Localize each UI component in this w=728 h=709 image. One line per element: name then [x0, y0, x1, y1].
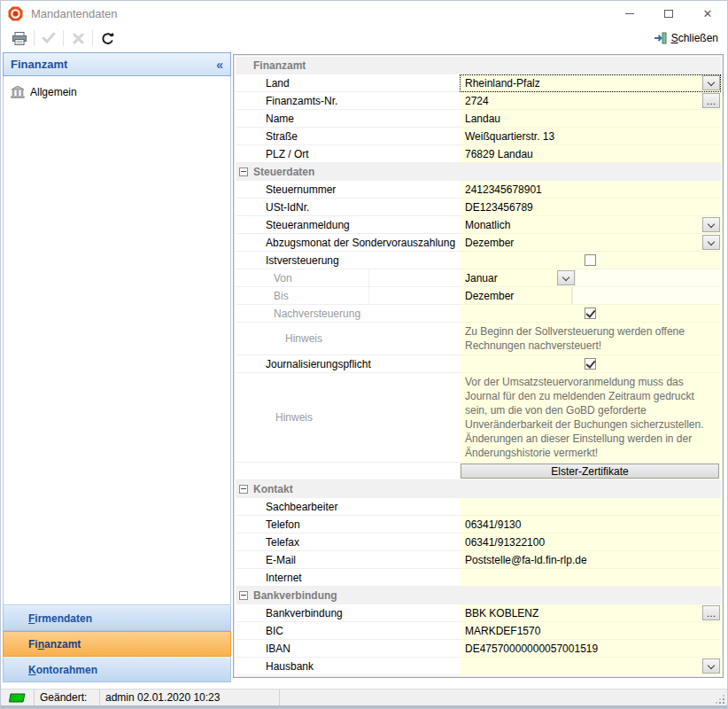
nav-item-finanzamt-active[interactable]: Finanzamt: [3, 631, 231, 657]
name-field[interactable]: Landau: [460, 110, 721, 128]
minimize-button[interactable]: [610, 1, 649, 26]
collapse-section-icon[interactable]: [239, 591, 248, 600]
field-value: Dezember: [465, 237, 514, 249]
internet-field[interactable]: [460, 569, 721, 587]
save-button-disabled[interactable]: [37, 28, 60, 48]
sidebar-nav: Firmendaten Finanzamt Kontorahmen: [3, 605, 231, 682]
refresh-icon: [101, 32, 114, 45]
toolbar-separator: [34, 30, 35, 46]
close-panel-button[interactable]: Schließen: [654, 32, 720, 44]
field-value: DE123456789: [465, 201, 533, 214]
strasse-field[interactable]: Weißquartierstr. 13: [460, 128, 721, 145]
telefon-field[interactable]: 06341/9130: [460, 516, 721, 534]
field-value: BBK KOBLENZ: [465, 607, 538, 619]
printer-icon: [12, 32, 27, 45]
steueranmeldung-select[interactable]: Monatlich: [460, 216, 721, 234]
chevron-down-icon[interactable]: [557, 270, 575, 285]
field-label: Telefax: [266, 536, 299, 549]
ust-idnr-field[interactable]: DE123456789: [460, 199, 721, 216]
collapse-sidebar-button[interactable]: «: [216, 58, 223, 72]
maximize-button[interactable]: [649, 1, 688, 26]
minimize-icon: [625, 13, 634, 14]
field-label: Abzugsmonat der Sondervorauszahlung: [266, 237, 455, 249]
field-label: Hausbank: [266, 660, 314, 673]
field-value: DE47570000000057001519: [465, 643, 598, 655]
app-body: Finanzamt « Allgemein Firmendaten: [1, 51, 727, 689]
bic-field[interactable]: MARKDEF1570: [460, 622, 721, 640]
close-panel-label: Schließen: [671, 32, 718, 44]
field-value: Weißquartierstr. 13: [465, 130, 554, 143]
field-value: Rheinland-Pfalz: [465, 77, 540, 90]
plz-ort-field[interactable]: 76829 Landau: [460, 145, 721, 163]
von-select[interactable]: Januar: [460, 269, 575, 286]
finanzamts-nr-field[interactable]: 2724 …: [460, 92, 721, 110]
chevron-down-icon[interactable]: [702, 75, 720, 90]
row-strasse: Straße Weißquartierstr. 13: [236, 128, 721, 145]
sidebar-item-allgemein[interactable]: Allgemein: [9, 84, 225, 100]
abzugsmonat-select[interactable]: Dezember: [460, 234, 721, 252]
checkmark-icon: [42, 32, 56, 44]
section-title: Finanzamt: [253, 59, 306, 72]
journalisierungspflicht-checkbox[interactable]: [585, 358, 596, 370]
bankverbindung-field[interactable]: BBK KOBLENZ …: [460, 604, 721, 622]
field-label: Bis: [274, 290, 289, 302]
empty-cell: [572, 287, 721, 304]
nachversteuerung-checkbox[interactable]: [585, 308, 596, 319]
close-button[interactable]: ✕: [688, 1, 727, 26]
field-label: Istversteuerung: [266, 254, 339, 267]
bis-field[interactable]: Dezember: [460, 287, 572, 304]
elster-zertifikate-button[interactable]: Elster-Zertifikate: [461, 464, 719, 479]
field-label: Telefon: [266, 518, 300, 531]
row-telefax: Telefax 06341/91322100: [236, 534, 721, 551]
field-value: 2412345678901: [465, 183, 542, 196]
sidebar-item-label: Allgemein: [30, 86, 77, 98]
field-label: PLZ / Ort: [266, 148, 309, 160]
toolbar: Schließen: [1, 26, 727, 51]
field-label: Nachversteuerung: [274, 308, 360, 320]
print-button[interactable]: [8, 28, 31, 48]
steuernummer-field[interactable]: 2412345678901: [460, 181, 721, 199]
istversteuerung-checkbox[interactable]: [585, 254, 596, 266]
sidebar-title: Finanzamt: [11, 58, 216, 71]
empty-cell: [575, 269, 721, 286]
nav-item-kontorahmen[interactable]: Kontorahmen: [3, 657, 231, 682]
land-select[interactable]: Rheinland-Pfalz: [460, 74, 721, 92]
field-value: Poststelle@fa-ld.fin-rlp.de: [465, 554, 587, 566]
lookup-ellipsis-button[interactable]: …: [702, 605, 720, 620]
field-label: Journalisierungspflicht: [266, 358, 371, 370]
nav-item-firmendaten[interactable]: Firmendaten: [3, 605, 231, 631]
finanzamt-form: Finanzamt Land Rheinland-Pfalz Finanzamt…: [233, 54, 724, 678]
section-title: Bankverbindung: [253, 589, 337, 602]
email-field[interactable]: Poststelle@fa-ld.fin-rlp.de: [460, 551, 721, 569]
status-green-flag-icon: [9, 692, 27, 704]
field-value: Dezember: [465, 290, 514, 302]
lookup-ellipsis-button[interactable]: …: [702, 93, 720, 108]
title-bar: Mandantendaten ✕: [1, 1, 727, 26]
section-header-bankverbindung: Bankverbindung: [236, 587, 721, 604]
x-icon: [73, 33, 84, 44]
field-label: Bankverbindung: [266, 607, 343, 619]
row-plz-ort: PLZ / Ort 76829 Landau: [236, 145, 721, 163]
collapse-section-icon[interactable]: [239, 168, 248, 176]
sidebar-header: Finanzamt «: [3, 52, 231, 76]
chevron-down-icon[interactable]: [702, 235, 720, 250]
row-ust-idnr: USt-IdNr. DE123456789: [236, 199, 721, 216]
discard-button-disabled[interactable]: [66, 28, 89, 48]
collapse-section-icon[interactable]: [239, 485, 248, 494]
refresh-button[interactable]: [96, 28, 119, 48]
row-hinweis-journal: Hinweis Vor der Umsatzsteuervoranmeldung…: [236, 373, 721, 463]
chevron-down-icon[interactable]: [702, 658, 720, 674]
field-label: IBAN: [266, 643, 290, 655]
toolbar-separator: [92, 30, 93, 46]
status-modified-info: admin 02.01.2020 10:23: [105, 691, 220, 704]
telefax-field[interactable]: 06341/91322100: [460, 534, 721, 551]
chevron-down-icon[interactable]: [702, 217, 720, 232]
row-sachbearbeiter: Sachbearbeiter: [236, 498, 721, 516]
field-label: Straße: [266, 130, 298, 143]
row-name: Name Landau: [236, 110, 721, 128]
iban-field[interactable]: DE47570000000057001519: [460, 640, 721, 658]
sachbearbeiter-field[interactable]: [460, 498, 721, 516]
field-value: 06341/9130: [465, 518, 521, 531]
hausbank-select[interactable]: [460, 658, 721, 675]
resize-grip[interactable]: [723, 702, 724, 704]
